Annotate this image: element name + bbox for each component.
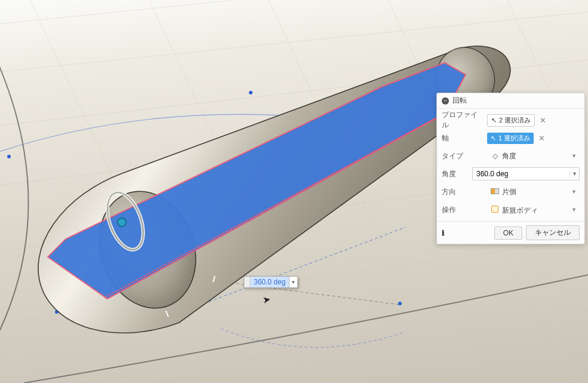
row-angle: 角度 ▼ — [437, 165, 584, 183]
row-axis: 軸 ↖ 1 選択済み ✕ — [437, 129, 584, 147]
angle-float-input[interactable]: 360.0 deg ▾ — [244, 276, 298, 288]
pointer-icon: ↖ — [491, 117, 497, 124]
collapse-icon[interactable]: − — [442, 97, 449, 105]
row-direction: 方向 片側 ▼ — [437, 183, 584, 201]
info-icon[interactable]: ℹ — [442, 229, 491, 237]
combo-operation-value: 新規ボディ — [502, 206, 538, 215]
combo-operation[interactable]: 新規ボディ ▼ — [487, 203, 580, 217]
angle-float-value[interactable]: 360.0 deg — [250, 277, 289, 287]
row-profile: プロファイル ↖ 2 選択済み ✕ — [437, 111, 584, 129]
chip-profile[interactable]: ↖ 2 選択済み — [487, 114, 535, 127]
row-operation: 操作 新規ボディ ▼ — [437, 201, 584, 219]
label-type: タイプ — [442, 151, 484, 161]
cancel-button[interactable]: キャンセル — [526, 225, 580, 240]
angle-icon — [490, 151, 500, 161]
chevron-down-icon[interactable]: ▼ — [569, 171, 579, 177]
combo-type[interactable]: 角度 ▼ — [487, 149, 580, 163]
svg-point-16 — [398, 302, 402, 305]
one-side-icon — [490, 186, 500, 196]
clear-axis-button[interactable]: ✕ — [536, 133, 547, 143]
svg-point-19 — [7, 155, 11, 158]
chip-axis-text: 1 選択済み — [498, 134, 530, 143]
row-type: タイプ 角度 ▼ — [437, 147, 584, 165]
label-operation: 操作 — [442, 205, 484, 215]
svg-point-18 — [249, 91, 253, 94]
ok-button[interactable]: OK — [494, 226, 522, 240]
angle-float-dropdown[interactable]: ▾ — [289, 277, 297, 287]
svg-line-14 — [215, 281, 400, 305]
angle-input[interactable]: ▼ — [472, 167, 580, 180]
revolve-panel: − 回転 プロファイル ↖ 2 選択済み ✕ 軸 ↖ 1 選択済み ✕ — [436, 93, 585, 244]
chip-profile-text: 2 選択済み — [499, 116, 531, 125]
panel-title: 回転 — [452, 96, 580, 106]
label-profile: プロファイル — [442, 110, 484, 130]
new-body-icon — [490, 204, 500, 214]
label-direction: 方向 — [442, 187, 484, 197]
angle-input-field[interactable] — [473, 168, 569, 180]
combo-direction[interactable]: 片側 ▼ — [487, 185, 580, 199]
label-axis: 軸 — [442, 133, 484, 143]
panel-footer: ℹ OK キャンセル — [437, 221, 584, 244]
chip-axis[interactable]: ↖ 1 選択済み — [487, 133, 534, 144]
panel-header: − 回転 — [437, 93, 584, 109]
chevron-down-icon: ▼ — [571, 207, 577, 213]
combo-type-value: 角度 — [502, 152, 516, 160]
chevron-down-icon: ▼ — [571, 189, 577, 195]
chevron-down-icon: ▼ — [571, 153, 577, 159]
clear-profile-button[interactable]: ✕ — [537, 115, 548, 125]
label-angle: 角度 — [442, 169, 469, 179]
combo-direction-value: 片側 — [502, 188, 516, 196]
pointer-icon: ↖ — [491, 134, 496, 142]
drag-handle-icon[interactable] — [244, 277, 250, 287]
svg-point-25 — [118, 218, 126, 226]
